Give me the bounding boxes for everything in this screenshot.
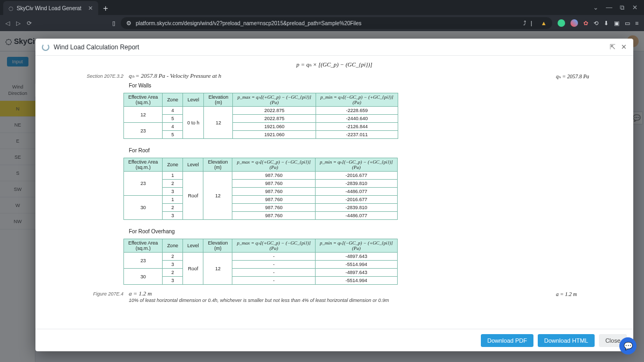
window-maximize-icon[interactable]: ⧉ <box>620 4 625 11</box>
tab-favicon: ◌ <box>9 5 13 11</box>
ext-icon-1[interactable] <box>558 19 565 27</box>
ext-icon-4[interactable]: ⟲ <box>594 20 598 27</box>
app-page: ◌ SkyCiv ▤ File ⌄ ▭ Results ⌄ ? ⋮⋮⋮ Inpu… <box>0 31 644 362</box>
walls-heading: For Walls <box>129 83 551 88</box>
a-margin: a = 1.2 m <box>556 290 626 297</box>
roof-table: Effective Area(sq.m.) Zone Level Elevati… <box>123 158 398 220</box>
url-text: platform.skyciv.com/design/wind/v2?prelo… <box>136 20 362 26</box>
a-line: a = 1.2 m <box>129 290 551 297</box>
download-pdf-button[interactable]: Download PDF <box>481 334 533 347</box>
modal-title: Wind Load Calculation Report <box>54 43 139 51</box>
window-minimize-icon[interactable]: — <box>606 4 612 11</box>
menu-icon[interactable]: ≡ <box>635 20 639 26</box>
chevron-down-icon[interactable]: ⌄ <box>593 4 598 11</box>
a-note: 10% of least horizontal dimension or 0.4… <box>129 298 551 303</box>
walls-table: Effective Area(sq.m.) Zone Level Elevati… <box>123 93 398 139</box>
qh-line: qₕ = 2057.8 Pa - Velocity Pressure at h <box>129 72 551 79</box>
share-icon[interactable]: ⤴ <box>523 20 526 26</box>
roof-heading: For Roof <box>129 147 551 153</box>
loading-spinner-icon <box>42 43 49 51</box>
modal-close-icon[interactable]: ✕ <box>621 43 627 51</box>
ext-icon-2[interactable] <box>570 19 578 27</box>
figure-ref: Figure 207E.4 <box>43 290 123 297</box>
popout-icon[interactable]: ⇱ <box>610 43 616 51</box>
warning-icon[interactable]: ▲ <box>541 20 547 26</box>
nav-reload-icon[interactable]: ⟳ <box>27 20 32 27</box>
site-settings-icon[interactable]: ⚙ <box>126 20 131 27</box>
url-box[interactable]: ⚙ platform.skyciv.com/design/wind/v2?pre… <box>121 17 552 29</box>
tab-title: SkyCiv Wind Load Generat <box>17 5 82 11</box>
chat-fab[interactable]: 💬 <box>619 337 636 354</box>
qh-margin: qₕ = 2057.8 Pa <box>556 72 626 79</box>
nav-forward-icon[interactable]: ▷ <box>16 20 20 27</box>
overhang-table: Effective Area(sq.m.) Zone Level Elevati… <box>123 239 398 285</box>
window-close-icon[interactable]: ✕ <box>632 4 638 11</box>
pressure-formula: p = qₕ × [(GC_p) − (GC_{pi})] <box>43 61 626 68</box>
overhang-heading: For Roof Overhang <box>129 228 551 234</box>
cast-icon[interactable]: ▭ <box>625 20 630 27</box>
new-tab-button[interactable]: + <box>100 3 111 14</box>
sidepanel-icon[interactable]: ▣ <box>614 20 619 27</box>
tab-close-icon[interactable]: ✕ <box>88 5 93 12</box>
download-html-button[interactable]: Download HTML <box>538 334 595 347</box>
report-body[interactable]: p = qₕ × [(GC_p) − (GC_{pi})] Section 20… <box>35 56 633 329</box>
report-modal: Wind Load Calculation Report ⇱ ✕ p = qₕ … <box>35 39 633 351</box>
bookmark-icon[interactable]: ▯ <box>112 20 115 27</box>
ext-icon-3[interactable]: ✿ <box>583 20 588 27</box>
nav-back-icon[interactable]: ◁ <box>5 20 10 27</box>
section-ref: Section 207E.3.2 <box>43 72 123 79</box>
browser-tab[interactable]: ◌ SkyCiv Wind Load Generat ✕ <box>3 1 98 15</box>
separator-icon: | <box>531 20 532 26</box>
browser-tabbar: ◌ SkyCiv Wind Load Generat ✕ + ⌄ — ⧉ ✕ <box>0 0 644 15</box>
download-icon[interactable]: ⬇ <box>604 20 609 27</box>
browser-addressbar: ◁ ▷ ⟳ ▯ ⚙ platform.skyciv.com/design/win… <box>0 15 644 31</box>
window-controls: ⌄ — ⧉ ✕ <box>587 0 644 15</box>
